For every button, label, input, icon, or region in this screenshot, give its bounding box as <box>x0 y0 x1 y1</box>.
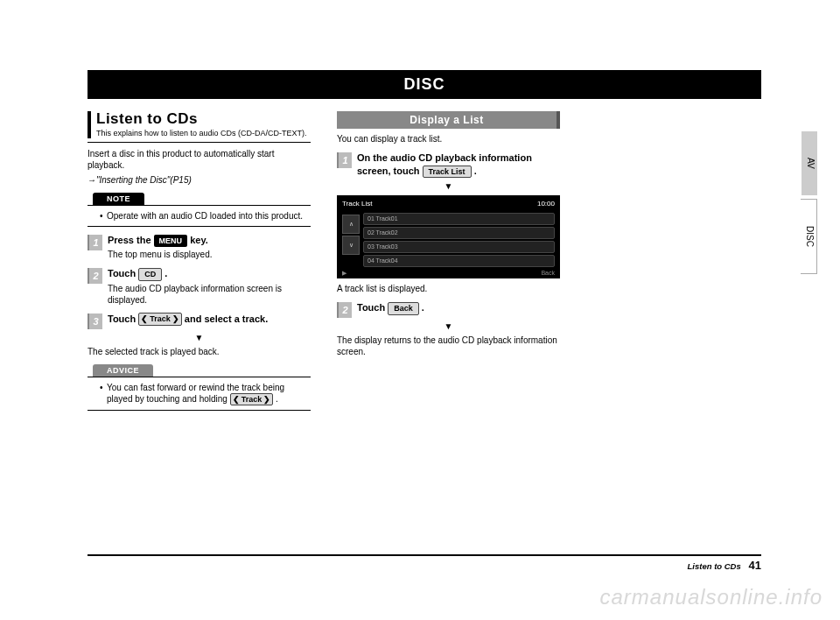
step-number: 1 <box>88 235 102 250</box>
track-row: 01 Track01 <box>363 213 555 225</box>
flow-arrow-icon: ▼ <box>88 333 311 342</box>
advice-label: ADVICE <box>93 364 153 377</box>
note-block: NOTE Operate with an audio CD loaded int… <box>88 193 311 227</box>
play-icon: ▶ <box>342 270 346 277</box>
step-1-sub: The top menu is displayed. <box>108 249 311 260</box>
track-rows: 01 Track01 02 Track02 03 Track03 04 Trac… <box>363 213 555 269</box>
screenshot-time: 10:00 <box>537 200 555 208</box>
section-subtitle: This explains how to listen to audio CDs… <box>96 129 311 138</box>
step-3: 3 Touch ❮Track❯ and select a track. <box>88 313 311 329</box>
advice-block: ADVICE You can fast forward or rewind th… <box>88 364 311 412</box>
right-step-2-instruction: Touch Back . <box>357 301 560 314</box>
after-image-text: A track list is displayed. <box>337 283 560 294</box>
content-columns: Listen to CDs This explains how to liste… <box>88 111 761 418</box>
step-1: 1 Press the MENU key. The top menu is di… <box>88 234 311 260</box>
watermark: carmanualsonline.info <box>600 585 822 609</box>
back-label: Back <box>541 270 555 277</box>
track-row: 02 Track02 <box>363 227 555 239</box>
side-tab-disc: DISC <box>801 199 817 274</box>
intro-text: Insert a disc in this product to automat… <box>88 148 311 171</box>
track-button-hold: ❮Track❯ <box>230 393 274 406</box>
note-label: NOTE <box>93 193 144 205</box>
subsection-heading: Display a List <box>337 111 560 129</box>
step-number: 1 <box>337 152 352 168</box>
track-row: 04 Track04 <box>363 255 555 267</box>
advice-body: You can fast forward or rewind the track… <box>88 377 311 412</box>
section-heading: Listen to CDs This explains how to liste… <box>88 111 311 138</box>
result-text: The selected track is played back. <box>88 346 311 357</box>
step-number: 2 <box>337 302 352 318</box>
track-button: ❮Track❯ <box>138 313 182 326</box>
step-2-sub: The audio CD playback information screen… <box>108 283 311 306</box>
step-number: 3 <box>88 314 102 329</box>
footer-label: Listen to CDs <box>688 561 741 571</box>
divider <box>88 142 311 143</box>
right-step-1: 1 On the audio CD playback information s… <box>337 151 560 178</box>
note-body: Operate with an audio CD loaded into thi… <box>88 205 311 227</box>
right-result-text: The display returns to the audio CD play… <box>337 335 560 357</box>
advice-text: You can fast forward or rewind the track… <box>100 382 305 406</box>
right-step-2: 2 Touch Back . <box>337 301 560 318</box>
step-1-instruction: Press the MENU key. <box>108 234 311 247</box>
subsection-intro: You can display a track list. <box>337 133 560 144</box>
side-tab-av: AV <box>802 131 817 195</box>
flow-arrow-icon: ▼ <box>337 321 560 331</box>
flow-arrow-icon: ▼ <box>337 181 560 191</box>
track-row: 03 Track03 <box>363 241 555 253</box>
right-column: Display a List You can display a track l… <box>337 111 560 418</box>
footer-page-number: 41 <box>749 559 761 572</box>
side-tabs: AV DISC <box>801 131 817 278</box>
note-text: Operate with an audio CD loaded into thi… <box>100 210 305 222</box>
chapter-title: DISC <box>88 70 761 99</box>
step-3-instruction: Touch ❮Track❯ and select a track. <box>108 313 311 326</box>
section-title: Listen to CDs <box>96 111 311 127</box>
screenshot-title: Track List <box>342 200 372 208</box>
page-footer: Listen to CDs 41 <box>88 554 761 572</box>
intro-reference: →"Inserting the Disc"(P15) <box>88 174 311 186</box>
left-column: Listen to CDs This explains how to liste… <box>88 111 311 418</box>
step-2-instruction: Touch CD . <box>108 267 311 280</box>
track-list-button: Track List <box>423 166 472 179</box>
menu-key: MENU <box>154 235 188 247</box>
scroll-down-icon: ∨ <box>342 236 360 255</box>
step-2: 2 Touch CD . The audio CD playback infor… <box>88 267 311 305</box>
scroll-up-icon: ∧ <box>342 215 360 234</box>
manual-page: DISC Listen to CDs This explains how to … <box>0 0 840 620</box>
cd-button: CD <box>138 268 162 281</box>
right-step-1-instruction: On the audio CD playback information scr… <box>357 151 560 178</box>
step-number: 2 <box>88 268 102 284</box>
back-button: Back <box>388 302 419 315</box>
screenshot-footer: ▶ Back <box>342 270 555 277</box>
track-list-screenshot: Track List 10:00 ∧ ∨ 01 Track01 02 Track… <box>337 195 560 278</box>
